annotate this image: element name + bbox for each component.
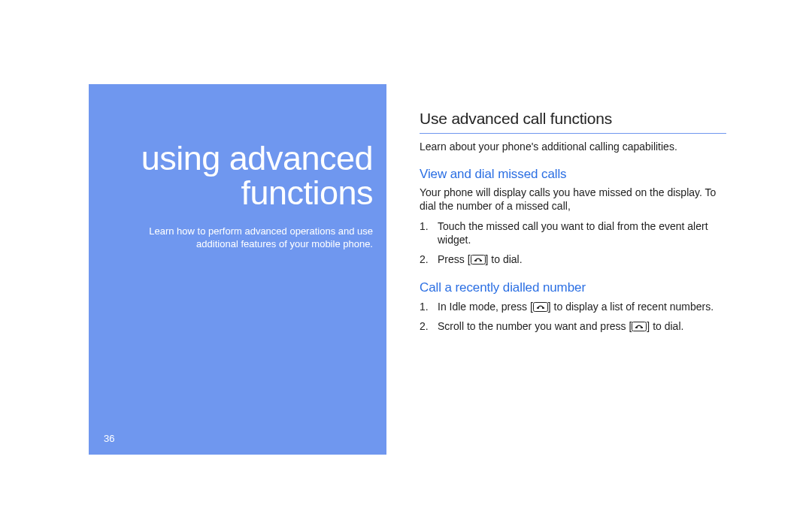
body-text: Your phone will display calls you have m… [420,186,726,213]
chapter-title: using advanced functions [141,141,373,211]
step-text-pre: In Idle mode, press [ [438,301,533,313]
svg-rect-2 [480,260,482,262]
svg-rect-4 [537,307,539,309]
step-text-post: ] to dial. [647,320,683,332]
step-text-post: ] to dial. [486,253,523,265]
step-text-post: ] to display a list of recent numbers. [548,301,714,313]
svg-rect-3 [533,302,547,311]
call-key-icon [533,302,548,312]
svg-rect-8 [641,327,643,328]
step-list: In Idle mode, press [] to display a list… [420,300,726,333]
subsection-heading: View and dial missed calls [420,167,726,182]
svg-rect-6 [632,322,647,331]
svg-rect-1 [474,260,477,262]
section-intro: Learn about your phone's additional call… [420,140,726,153]
step-item: In Idle mode, press [] to display a list… [420,300,726,313]
page-number: 36 [104,433,114,444]
step-text-pre: Scroll to the number you want and press … [438,320,632,332]
step-text-pre: Press [ [438,253,471,265]
svg-rect-5 [542,307,544,309]
svg-rect-7 [635,327,638,328]
step-item: Scroll to the number you want and press … [420,319,726,333]
svg-rect-0 [471,255,485,265]
step-text: Touch the missed call you want to dial f… [438,220,708,246]
call-key-icon [471,255,486,265]
subsection-heading: Call a recently dialled number [420,280,726,295]
step-item: Press [] to dial. [420,252,726,266]
content-column: Use advanced call functions Learn about … [420,84,726,455]
section-heading: Use advanced call functions [420,110,726,134]
chapter-panel: using advanced functions Learn how to pe… [89,84,386,455]
call-key-icon [632,322,647,331]
step-list: Touch the missed call you want to dial f… [420,219,726,267]
step-item: Touch the missed call you want to dial f… [420,219,726,246]
chapter-subtitle: Learn how to perform advanced operations… [149,225,373,251]
